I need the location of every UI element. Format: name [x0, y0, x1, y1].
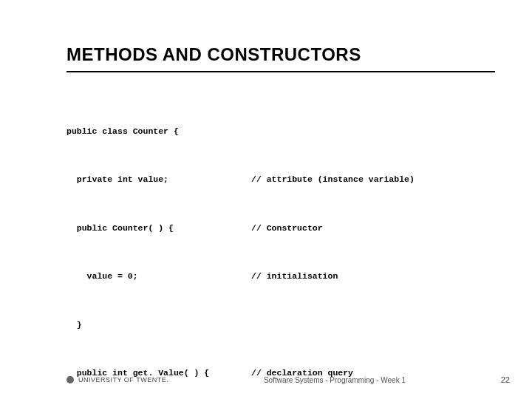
- title-rule: [66, 71, 495, 72]
- code-comment: // initialisation: [251, 268, 495, 284]
- code-line: }: [66, 317, 251, 333]
- code-comment: // attribute (instance variable): [251, 171, 495, 188]
- university-logo: UNIVERSITY OF TWENTE.: [66, 376, 168, 383]
- code-line: public Counter( ) {: [66, 220, 251, 236]
- university-name: UNIVERSITY OF TWENTE.: [78, 376, 168, 383]
- code-line: private int value;: [66, 171, 251, 188]
- code-line: value = 0;: [66, 268, 251, 284]
- footer: UNIVERSITY OF TWENTE. Software Systems -…: [66, 375, 510, 384]
- footer-center: Software Systems - Programming - Week 1: [264, 376, 406, 384]
- code-block: public class Counter { private int value…: [66, 91, 495, 399]
- slide: METHODS AND CONSTRUCTORS public class Co…: [0, 0, 532, 399]
- code-line: public class Counter {: [66, 123, 251, 140]
- logo-dot-icon: [66, 376, 74, 383]
- page-number: 22: [501, 375, 510, 384]
- code-comment: // Constructor: [251, 220, 495, 236]
- slide-title: METHODS AND CONSTRUCTORS: [66, 44, 495, 65]
